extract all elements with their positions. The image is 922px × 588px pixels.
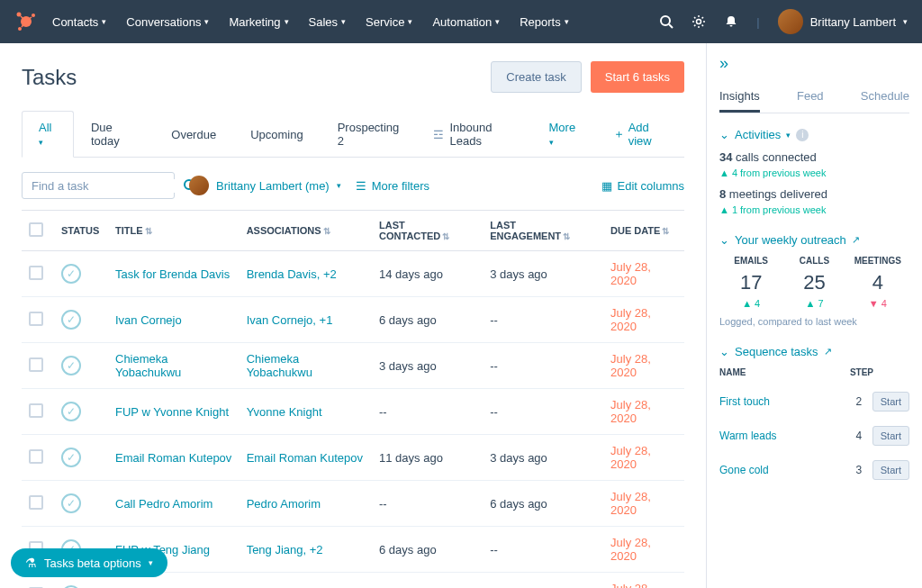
row-checkbox[interactable] (29, 312, 43, 326)
beta-options-button[interactable]: ⚗ Tasks beta options ▾ (11, 548, 167, 577)
status-circle-icon[interactable]: ✓ (61, 448, 81, 467)
meetings-delta: ▲1 from previous week (719, 204, 909, 215)
tab-all[interactable]: All ▾ (22, 111, 74, 158)
outreach-section-toggle[interactable]: ⌄ Your weekly outreach ↗ (719, 233, 909, 247)
nav-item-marketing[interactable]: Marketing ▾ (229, 15, 288, 29)
col-due[interactable]: DUE DATE⇅ (603, 211, 684, 251)
nav-item-sales[interactable]: Sales ▾ (309, 15, 347, 29)
external-link-icon[interactable]: ↗ (852, 234, 860, 246)
task-associations[interactable]: Yvonne Knight (240, 389, 372, 435)
last-engagement: -- (483, 343, 603, 389)
col-associations[interactable]: ASSOCIATIONS⇅ (240, 211, 372, 251)
user-menu[interactable]: Brittany Lambert ▾ (778, 9, 908, 34)
table-row[interactable]: ✓Ivan CornejoIvan Cornejo, +16 days ago-… (22, 297, 684, 343)
seq-name-header: NAME (719, 367, 746, 377)
sequence-step: 4 (845, 430, 872, 442)
search-input[interactable] (22, 172, 175, 199)
nav-item-automation[interactable]: Automation ▾ (432, 15, 500, 29)
task-title[interactable]: Ivan Cornejo (108, 297, 240, 343)
sequence-name[interactable]: Warm leads (719, 430, 845, 442)
create-task-button[interactable]: Create task (491, 61, 581, 93)
table-row[interactable]: ✓Chiemeka YobachukwuChiemeka Yobachukwu3… (22, 343, 684, 389)
due-date: July 28, 2020 (603, 435, 684, 481)
task-associations[interactable]: Brenda Davis, +2 (240, 251, 372, 297)
sidebar-tab-insights[interactable]: Insights (719, 82, 760, 113)
task-associations[interactable]: Ivan Cornejo, +1 (240, 297, 372, 343)
col-status[interactable]: STATUS (54, 211, 108, 251)
last-engagement: -- (483, 389, 603, 435)
status-circle-icon[interactable]: ✓ (61, 356, 81, 375)
nav-item-service[interactable]: Service ▾ (366, 15, 412, 29)
more-filters-button[interactable]: ☰ More filters (356, 179, 429, 193)
up-arrow-icon: ▲ (742, 298, 752, 309)
status-circle-icon[interactable]: ✓ (61, 402, 81, 421)
col-contacted[interactable]: LAST CONTACTED⇅ (372, 211, 483, 251)
col-title[interactable]: TITLE⇅ (108, 211, 240, 251)
search-icon[interactable] (659, 14, 673, 29)
external-link-icon[interactable]: ↗ (824, 346, 832, 357)
page-title: Tasks (22, 65, 77, 90)
table-row[interactable]: ✓Email Roman KutepovEmail Roman Kutepov1… (22, 435, 684, 481)
svg-point-1 (17, 13, 22, 17)
table-row[interactable]: ✓Call Pedro AmorimPedro Amorim--6 days a… (22, 481, 684, 527)
notifications-icon[interactable] (724, 14, 738, 29)
task-associations[interactable]: Email Roman Kutepov (240, 435, 372, 481)
task-associations[interactable]: Chiemeka Yobachukwu (240, 343, 372, 389)
row-checkbox[interactable] (29, 495, 43, 510)
columns-icon: ▦ (601, 179, 612, 193)
tab-upcoming[interactable]: Upcoming (233, 118, 321, 150)
tab-inbound-leads[interactable]: ☲ Inbound Leads (416, 111, 531, 157)
sequence-start-button[interactable]: Start (872, 460, 909, 480)
table-row[interactable]: ✓Task for Brenda DavisBrenda Davis, +214… (22, 251, 684, 297)
tab-prospecting-2[interactable]: Prospecting 2 (321, 111, 417, 157)
nav-item-contacts[interactable]: Contacts ▾ (52, 15, 106, 29)
settings-icon[interactable] (692, 14, 706, 29)
sequence-start-button[interactable]: Start (872, 392, 909, 412)
outreach-note: Logged, compared to last week (719, 316, 909, 327)
sequence-name[interactable]: First touch (719, 395, 845, 408)
hubspot-logo-icon[interactable] (14, 10, 38, 33)
last-engagement: 9 days ago (483, 573, 603, 589)
task-associations[interactable]: Pedro Amorim (240, 481, 372, 527)
plus-icon: ＋ (613, 126, 625, 142)
row-checkbox[interactable] (29, 449, 43, 464)
select-all-checkbox[interactable] (29, 222, 43, 237)
row-checkbox[interactable] (29, 403, 43, 418)
tab-due-today[interactable]: Due today (74, 111, 154, 157)
row-checkbox[interactable] (29, 266, 43, 280)
sequences-section-toggle[interactable]: ⌄ Sequence tasks ↗ (719, 345, 909, 358)
calls-delta: ▲4 from previous week (719, 167, 909, 178)
edit-columns-button[interactable]: ▦ Edit columns (601, 179, 684, 193)
col-engagement[interactable]: LAST ENGAGEMENT⇅ (483, 211, 603, 251)
row-checkbox[interactable] (29, 357, 43, 372)
collapse-sidebar-icon[interactable]: » (719, 54, 909, 73)
sort-icon: ⇅ (662, 226, 669, 236)
sidebar-tab-feed[interactable]: Feed (797, 82, 824, 113)
nav-item-reports[interactable]: Reports ▾ (520, 15, 569, 29)
task-title[interactable]: FUP w Yvonne Knight (108, 389, 240, 435)
info-icon[interactable]: i (796, 129, 809, 141)
task-title[interactable]: Call Pedro Amorim (108, 481, 240, 527)
table-row[interactable]: ✓FUP w Yvonne KnightYvonne Knight----Jul… (22, 389, 684, 435)
last-engagement: 3 days ago (483, 435, 603, 481)
search-field[interactable] (32, 179, 183, 193)
tab-overdue[interactable]: Overdue (154, 118, 233, 150)
status-circle-icon[interactable]: ✓ (61, 310, 81, 330)
task-associations[interactable]: Oluchi Mazi (240, 573, 372, 589)
sidebar-tab-schedule[interactable]: Schedule (861, 82, 909, 113)
tab-more[interactable]: More ▾ (532, 111, 596, 157)
sequence-start-button[interactable]: Start (872, 426, 909, 446)
sequence-name[interactable]: Gone cold (719, 464, 845, 476)
task-associations[interactable]: Teng Jiang, +2 (240, 527, 372, 573)
owner-filter[interactable]: Brittany Lambert (me) ▾ (189, 176, 341, 195)
status-circle-icon[interactable]: ✓ (61, 264, 81, 284)
status-circle-icon[interactable]: ✓ (61, 493, 81, 513)
task-title[interactable]: Task for Brenda Davis (108, 251, 240, 297)
task-title[interactable]: Email Roman Kutepov (108, 435, 240, 481)
sequence-row: Gone cold3Start (719, 453, 909, 487)
task-title[interactable]: Chiemeka Yobachukwu (108, 343, 240, 389)
activities-section-toggle[interactable]: ⌄ Activities ▾ i (719, 128, 909, 141)
add-view-button[interactable]: ＋Add view (596, 111, 684, 157)
start-tasks-button[interactable]: Start 6 tasks (591, 61, 684, 93)
nav-item-conversations[interactable]: Conversations ▾ (126, 15, 209, 29)
